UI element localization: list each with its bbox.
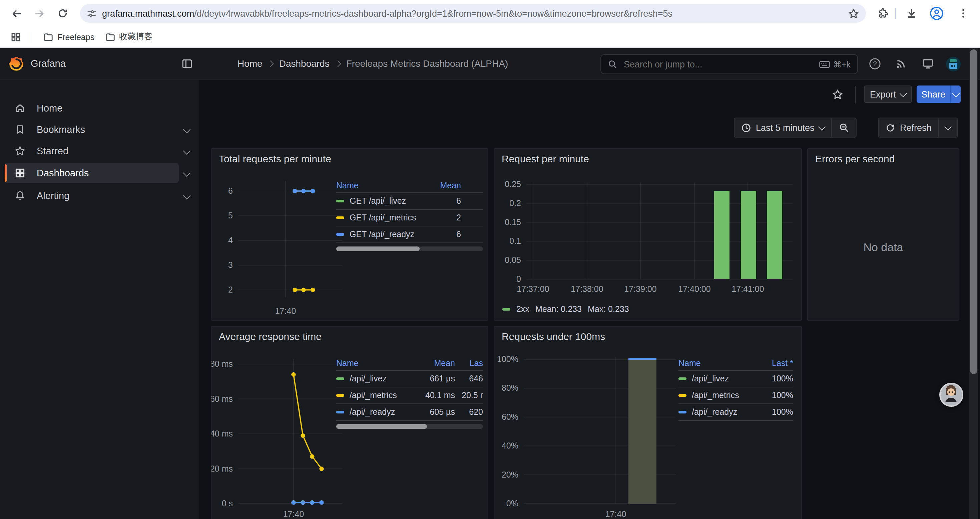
apps-shortcut-button[interactable]: [7, 29, 24, 46]
bookmark-folder-freeleaps[interactable]: Freeleaps: [38, 29, 100, 45]
downloads-button[interactable]: [902, 4, 921, 23]
legend-hscrollbar-thumb[interactable]: [336, 246, 420, 251]
svg-text:0.15: 0.15: [505, 217, 521, 227]
series-name[interactable]: /api/_livez: [336, 374, 414, 383]
svg-text:17:40:00: 17:40:00: [678, 284, 711, 294]
share-button[interactable]: Share: [916, 86, 950, 103]
series-value: 100%: [756, 374, 793, 383]
svg-text:17:40: 17:40: [283, 509, 304, 519]
panel-title[interactable]: Errors per second: [815, 153, 895, 164]
chevron-down-icon[interactable]: [183, 126, 191, 134]
share-split-button: Share: [916, 86, 961, 103]
time-range-picker[interactable]: Last 5 minutes: [735, 118, 831, 137]
export-button[interactable]: Export: [864, 86, 912, 103]
actions-divider: [855, 86, 856, 104]
svg-text:80%: 80%: [502, 383, 519, 393]
page-scrollbar[interactable]: [969, 48, 978, 519]
screen: grafana.mathmast.com/d/deytv4rwavabkb/fr…: [0, 0, 980, 519]
legend-column-header[interactable]: Mean: [422, 181, 461, 190]
legend-column-header[interactable]: Last *: [756, 358, 793, 368]
legend-hscrollbar[interactable]: [336, 424, 483, 429]
legend-column-header[interactable]: Las: [455, 358, 483, 368]
legend-hscrollbar-thumb[interactable]: [336, 424, 427, 429]
legend-column-header[interactable]: Name: [678, 358, 756, 368]
panel-title[interactable]: Average response time: [219, 331, 321, 342]
refresh-label: Refresh: [900, 123, 932, 133]
user-avatar[interactable]: [946, 57, 961, 72]
floating-assistant-avatar[interactable]: [939, 383, 963, 407]
bell-icon: [15, 190, 25, 201]
bookmark-folder-blogs[interactable]: 收藏博客: [100, 29, 158, 45]
panel-title[interactable]: Requests under 100ms: [502, 331, 605, 342]
url-bar[interactable]: grafana.mathmast.com/d/deytv4rwavabkb/fr…: [80, 4, 866, 23]
svg-text:0: 0: [516, 274, 521, 284]
user-avatar-image: [946, 57, 961, 72]
share-label: Share: [921, 89, 945, 99]
assistant-avatar-image: [941, 384, 961, 405]
panel-title[interactable]: Total requests per minute: [219, 153, 331, 164]
active-item-accent-bar: [5, 164, 7, 182]
grafana-logo[interactable]: [9, 56, 24, 72]
back-button[interactable]: [7, 4, 25, 23]
chevron-down-icon[interactable]: [183, 169, 191, 177]
series-color-pill: [336, 394, 344, 397]
svg-text:20%: 20%: [502, 470, 519, 479]
download-icon: [905, 8, 917, 19]
sidebar-item-alerting[interactable]: Alerting: [0, 186, 199, 206]
search-input[interactable]: [622, 58, 814, 70]
series-color-pill: [336, 411, 344, 414]
breadcrumb-dashboards[interactable]: Dashboards: [279, 58, 329, 69]
legend-column-header[interactable]: Name: [336, 181, 422, 190]
extensions-button[interactable]: [874, 4, 892, 23]
rss-icon: [895, 57, 907, 69]
legend-hscrollbar[interactable]: [336, 246, 483, 251]
sidebar-item-home[interactable]: Home: [0, 98, 199, 118]
reload-button[interactable]: [53, 4, 72, 23]
bookmark-label: Freeleaps: [57, 32, 94, 42]
reload-icon: [57, 8, 68, 19]
forward-button[interactable]: [30, 4, 49, 23]
series-name[interactable]: 2xx: [516, 305, 529, 314]
zoom-out-button[interactable]: [832, 118, 856, 137]
legend-column-header[interactable]: Name: [336, 358, 414, 368]
sidebar-item-label: Bookmarks: [37, 124, 85, 135]
profile-button[interactable]: [927, 4, 946, 23]
search-shortcut: ⌘+k: [819, 59, 851, 69]
search-box[interactable]: ⌘+k: [600, 54, 858, 74]
chevron-down-icon: [944, 123, 952, 131]
dock-menu-button[interactable]: [181, 58, 193, 69]
series-name[interactable]: GET /api/_metrics: [336, 213, 422, 222]
series-name[interactable]: /api/_readyz: [336, 407, 414, 417]
sidebar-item-dashboards[interactable]: Dashboards: [0, 163, 199, 183]
news-button[interactable]: [895, 57, 907, 69]
legend-row: GET /api/_livez6: [336, 193, 483, 210]
series-name[interactable]: GET /api/_readyz: [336, 230, 422, 239]
refresh-button[interactable]: Refresh: [878, 118, 938, 137]
series-value: 661 µs: [414, 374, 455, 383]
svg-text:40 ms: 40 ms: [212, 429, 233, 438]
help-button[interactable]: ?: [869, 57, 881, 70]
breadcrumb-home[interactable]: Home: [237, 58, 262, 69]
series-name[interactable]: /api/_metrics: [336, 391, 414, 400]
chevron-down-icon[interactable]: [183, 192, 191, 200]
sidebar-item-bookmarks[interactable]: Bookmarks: [0, 120, 199, 140]
chevron-down-icon[interactable]: [183, 147, 191, 155]
favorite-dashboard-button[interactable]: [832, 89, 843, 100]
refresh-interval-button[interactable]: [939, 118, 958, 137]
sidebar-item-starred[interactable]: Starred: [0, 141, 199, 161]
kiosk-mode-button[interactable]: [922, 57, 934, 69]
series-name[interactable]: /api/_livez: [678, 374, 756, 383]
browser-menu-button[interactable]: [954, 4, 973, 23]
svg-text:80 ms: 80 ms: [212, 359, 233, 368]
page-scrollbar-thumb[interactable]: [970, 50, 977, 374]
bookmarks-bar: Freeleaps 收藏博客: [0, 27, 980, 48]
series-value: 646: [455, 374, 483, 383]
series-name[interactable]: /api/_readyz: [678, 407, 756, 417]
bookmark-star-icon[interactable]: [848, 8, 859, 19]
svg-text:17:41:00: 17:41:00: [732, 284, 764, 294]
share-menu-button[interactable]: [950, 86, 961, 103]
series-name[interactable]: GET /api/_livez: [336, 196, 422, 206]
panel-title[interactable]: Request per minute: [502, 153, 589, 164]
legend-column-header[interactable]: Mean: [414, 358, 455, 368]
series-name[interactable]: /api/_metrics: [678, 391, 756, 400]
